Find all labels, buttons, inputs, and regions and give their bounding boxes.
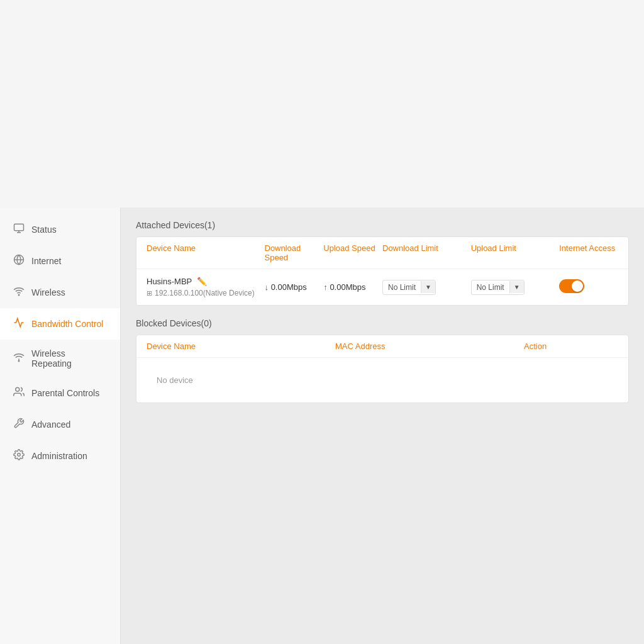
wireless-icon: [13, 286, 25, 299]
blocked-devices-section: Blocked Devices(0) Device Name MAC Addre…: [136, 318, 629, 403]
header-upload-speed: Upload Speed: [323, 243, 382, 262]
sidebar-item-internet-label: Internet: [31, 256, 61, 266]
sidebar-item-wireless-repeating-label: Wireless Repeating: [31, 348, 108, 369]
blocked-devices-card: Device Name MAC Address Action No device: [136, 335, 629, 403]
sidebar-item-internet[interactable]: Internet: [0, 245, 120, 277]
internet-access-toggle[interactable]: [559, 279, 584, 293]
wireless-repeating-icon: [13, 352, 25, 365]
download-limit-wrapper[interactable]: No Limit ▼: [382, 280, 436, 295]
toggle-track[interactable]: [559, 279, 584, 293]
administration-icon: [13, 449, 25, 463]
parental-controls-icon: [13, 386, 25, 400]
no-device-text: No device: [147, 365, 618, 395]
network-device-icon: ⊞: [147, 289, 152, 297]
advanced-icon: [13, 418, 25, 431]
device-name-text: Husins-MBP: [147, 277, 192, 286]
table-row: Husins-MBP ✏️ ⊞ 192.168.0.100(Native Dev…: [136, 269, 628, 305]
sidebar-item-status[interactable]: Status: [0, 214, 120, 245]
no-device-row: No device: [136, 358, 628, 402]
internet-icon: [13, 254, 25, 268]
svg-rect-0: [14, 224, 24, 231]
sidebar: Status Internet Wireless: [0, 208, 121, 644]
page-wrapper: Status Internet Wireless: [0, 0, 644, 644]
sidebar-item-bandwidth-control[interactable]: Bandwidth Control: [0, 308, 120, 340]
status-icon: [13, 223, 25, 236]
blocked-devices-title: Blocked Devices(0): [136, 318, 629, 328]
sidebar-item-parental-controls-label: Parental Controls: [31, 388, 99, 398]
sidebar-item-advanced-label: Advanced: [31, 419, 70, 430]
header-device-name: Device Name: [147, 243, 265, 262]
attached-devices-section: Attached Devices(1) Device Name Download…: [136, 220, 629, 306]
main-content: Status Internet Wireless: [0, 208, 644, 644]
sidebar-item-status-label: Status: [31, 225, 57, 235]
blocked-devices-table-header: Device Name MAC Address Action: [136, 335, 628, 358]
content-area: Attached Devices(1) Device Name Download…: [121, 208, 644, 644]
svg-point-5: [18, 294, 19, 296]
device-ip: ⊞ 192.168.0.100(Native Device): [147, 289, 265, 297]
device-name-row: Husins-MBP ✏️: [147, 277, 265, 286]
top-spacer: [0, 0, 644, 208]
upload-limit-wrapper[interactable]: No Limit ▼: [471, 280, 525, 295]
bandwidth-icon: [13, 317, 25, 331]
header-download-speed: Download Speed: [265, 243, 324, 262]
download-speed-cell: 0.00Mbps: [265, 282, 324, 292]
toggle-thumb: [572, 280, 583, 292]
sidebar-item-advanced[interactable]: Advanced: [0, 409, 120, 440]
sidebar-item-wireless[interactable]: Wireless: [0, 277, 120, 308]
edit-icon[interactable]: ✏️: [197, 277, 207, 286]
upload-speed-cell: 0.00Mbps: [323, 282, 382, 292]
sidebar-item-administration[interactable]: Administration: [0, 440, 120, 472]
upload-limit-text: No Limit: [472, 280, 509, 294]
sidebar-item-administration-label: Administration: [31, 451, 87, 461]
upload-limit-cell[interactable]: No Limit ▼: [471, 280, 560, 295]
sidebar-item-parental-controls[interactable]: Parental Controls: [0, 377, 120, 409]
svg-point-9: [18, 453, 21, 457]
device-name-cell: Husins-MBP ✏️ ⊞ 192.168.0.100(Native Dev…: [147, 277, 265, 297]
attached-devices-table-header: Device Name Download Speed Upload Speed …: [136, 237, 628, 269]
internet-access-cell[interactable]: [559, 279, 618, 296]
blocked-header-mac-address: MAC Address: [335, 341, 524, 351]
attached-devices-card: Device Name Download Speed Upload Speed …: [136, 236, 629, 306]
header-internet-access: Internet Access: [559, 243, 618, 262]
svg-point-8: [16, 387, 19, 391]
download-limit-dropdown[interactable]: ▼: [421, 281, 435, 293]
sidebar-item-wireless-repeating[interactable]: Wireless Repeating: [0, 340, 120, 377]
sidebar-item-wireless-label: Wireless: [31, 287, 65, 297]
blocked-header-action: Action: [524, 341, 618, 351]
attached-devices-title: Attached Devices(1): [136, 220, 629, 230]
download-limit-cell[interactable]: No Limit ▼: [382, 280, 471, 295]
download-limit-text: No Limit: [383, 280, 421, 294]
device-ip-text: 192.168.0.100(Native Device): [155, 289, 255, 297]
sidebar-item-bandwidth-label: Bandwidth Control: [31, 319, 103, 329]
header-upload-limit: Upload Limit: [471, 243, 560, 262]
upload-limit-dropdown[interactable]: ▼: [509, 281, 524, 293]
blocked-header-device-name: Device Name: [147, 341, 335, 351]
header-download-limit: Download Limit: [382, 243, 471, 262]
